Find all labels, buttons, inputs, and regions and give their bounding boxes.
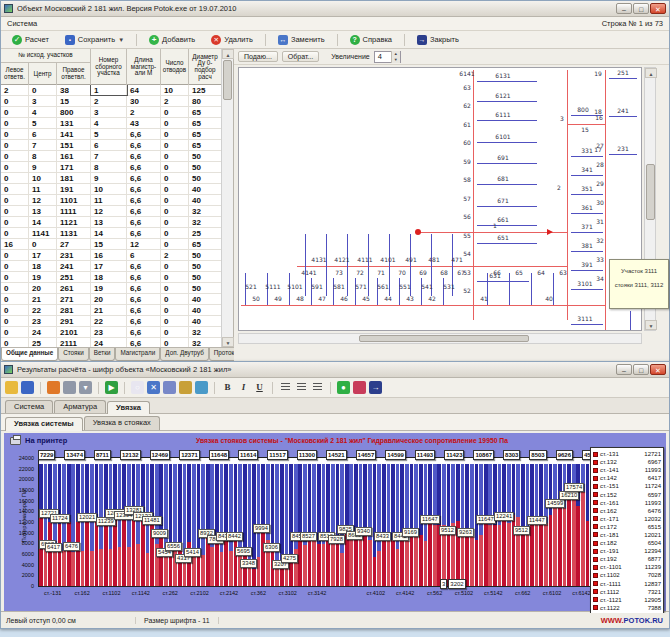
table-cell[interactable]: 21 [29,294,57,304]
table-cell[interactable]: 25 [189,228,222,238]
table-cell[interactable]: 1 [91,85,127,95]
report-icon[interactable] [47,381,60,394]
table-cell[interactable]: 0 [1,173,29,183]
col-header[interactable]: Диаметр Ду 0-подбор расч [189,49,222,85]
table-cell[interactable]: 1141 [29,228,57,238]
table-cell[interactable]: 0 [29,85,57,95]
table-cell[interactable]: 4 [91,118,127,128]
table-cell[interactable]: 0 [29,239,57,249]
table-cell[interactable]: 6,6 [127,272,161,282]
table-cell[interactable]: 32 [189,327,222,337]
align-center-icon[interactable] [295,381,308,394]
table-cell[interactable]: 6,6 [127,338,161,347]
table-cell[interactable]: 2 [161,96,189,106]
col-header[interactable]: Правое ответвл. [57,63,91,85]
search-icon[interactable]: ○ [131,381,144,394]
table-cell[interactable]: 17 [29,250,57,260]
calc-button[interactable]: Расчет [5,33,56,47]
table-cell[interactable]: 9 [91,173,127,183]
table-cell[interactable]: 161 [57,151,91,161]
table-cell[interactable]: 2 [91,96,127,106]
table-cell[interactable]: 7 [29,140,57,150]
table-cell[interactable]: 21 [91,305,127,315]
table-cell[interactable]: 22 [29,305,57,315]
table-cell[interactable]: 6,6 [127,173,161,183]
table-cell[interactable]: 30 [127,96,161,106]
tab-1[interactable]: Стояки [58,348,89,361]
table-cell[interactable]: 16 [1,239,29,249]
table-cell[interactable]: 50 [189,261,222,271]
supply-button[interactable]: Подаю... [238,51,278,62]
close-button[interactable] [650,364,666,375]
table-cell[interactable]: 6,6 [127,316,161,326]
table-cell[interactable]: 0 [161,217,189,227]
table-cell[interactable]: 6 [29,129,57,139]
table-cell[interactable]: 15 [91,239,127,249]
table-cell[interactable]: 0 [161,107,189,117]
table-cell[interactable]: 0 [161,228,189,238]
tab-Увязка[interactable]: Увязка [107,401,150,414]
table-cell[interactable]: 40 [189,195,222,205]
tab-5[interactable]: Протокол расчёта [209,348,234,361]
window2-titlebar[interactable]: Результаты расчёта - шифр объекта «Моско… [1,362,669,378]
table-cell[interactable]: 0 [161,162,189,172]
menu-system[interactable]: Система [7,19,37,28]
tab-Арматура[interactable]: Арматура [54,400,106,413]
table-cell[interactable]: 0 [1,261,29,271]
table-cell[interactable]: 0 [1,316,29,326]
table-cell[interactable]: 0 [161,195,189,205]
table-cell[interactable]: 7 [91,151,127,161]
italic-button[interactable]: I [237,381,250,394]
table-cell[interactable]: 14 [29,217,57,227]
table-cell[interactable]: 6,6 [127,294,161,304]
table-cell[interactable]: 11 [91,195,127,205]
table-cell[interactable]: 24 [91,338,127,347]
col-header[interactable]: Число отводов [161,49,189,85]
table-cell[interactable]: 43 [127,118,161,128]
table-cell[interactable]: 2101 [57,327,91,337]
align-right-icon[interactable] [311,381,324,394]
table-cell[interactable]: 0 [1,305,29,315]
scroll-down-icon[interactable]: ▼ [645,320,657,330]
table-cell[interactable]: 131 [57,118,91,128]
table-cell[interactable]: 800 [57,107,91,117]
table-cell[interactable]: 0 [161,327,189,337]
table-cell[interactable]: 0 [161,173,189,183]
table-cell[interactable]: 32 [189,217,222,227]
table-cell[interactable]: 65 [189,118,222,128]
print-icon[interactable] [63,381,76,394]
table-cell[interactable]: 6,6 [127,195,161,205]
table-cell[interactable]: 5 [29,118,57,128]
table-cell[interactable]: 0 [161,184,189,194]
col-header[interactable]: Левое ответв. [1,63,29,85]
table-cell[interactable]: 65 [189,129,222,139]
table-cell[interactable]: 80 [189,96,222,106]
table-cell[interactable]: 0 [1,140,29,150]
scheme-canvas[interactable]: 6141636261605958575655545352613161216111… [238,67,642,331]
table-cell[interactable]: 12 [91,206,127,216]
table-cell[interactable]: 23 [29,316,57,326]
table-cell[interactable]: 8 [29,151,57,161]
table-cell[interactable]: 13 [29,206,57,216]
table-cell[interactable]: 6,6 [127,228,161,238]
table-cell[interactable]: 6,6 [127,206,161,216]
table-cell[interactable]: 0 [1,338,29,347]
delete-button[interactable]: Удалить [204,33,260,47]
maximize-button[interactable] [633,364,649,375]
table-cell[interactable]: 6,6 [127,129,161,139]
table-cell[interactable]: 0 [1,272,29,282]
print-banner[interactable]: На принтер [10,436,67,445]
table-cell[interactable]: 0 [161,118,189,128]
table-cell[interactable]: 17 [91,261,127,271]
table-cell[interactable]: 0 [161,239,189,249]
table-cell[interactable]: 171 [57,162,91,172]
export-icon[interactable]: ▶ [105,381,118,394]
table-cell[interactable]: 64 [127,85,161,95]
tab-4[interactable]: Доп. Двутруб [160,348,209,361]
table-cell[interactable]: 291 [57,316,91,326]
table-cell[interactable]: 6,6 [127,217,161,227]
copy-icon[interactable] [163,381,176,394]
col-header[interactable]: Длина магистр-али М [127,49,161,85]
table-cell[interactable]: 3 [91,107,127,117]
chart-icon[interactable] [353,381,366,394]
